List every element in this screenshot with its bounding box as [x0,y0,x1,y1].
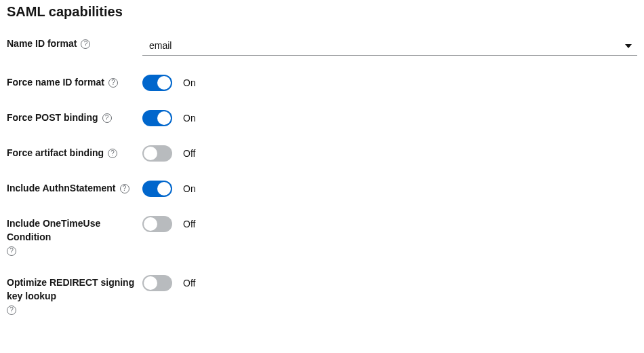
row-force-artifact-binding: Force artifact binding ? Off [7,145,637,162]
switch-state-label: Off [183,219,195,229]
help-icon[interactable]: ? [120,184,129,193]
row-include-authn-statement: Include AuthnStatement ? On [7,181,637,197]
label-text: Include AuthnStatement [7,182,116,196]
label-text: Optimize REDIRECT signing key lookup [7,276,142,303]
label-force-artifact-binding: Force artifact binding ? [7,145,142,160]
help-icon[interactable]: ? [7,246,16,256]
row-force-post-binding: Force POST binding ? On [7,110,637,126]
switch-state-label: On [183,113,196,124]
control-optimize-redirect-signing-key-lookup: Off [142,275,637,291]
force-name-id-format-switch[interactable] [142,75,172,91]
force-post-binding-switch[interactable] [142,110,172,126]
help-icon[interactable]: ? [81,39,90,49]
control-force-artifact-binding: Off [142,145,637,162]
label-include-authn-statement: Include AuthnStatement ? [7,181,142,196]
help-icon[interactable]: ? [108,78,118,88]
label-force-post-binding: Force POST binding ? [7,110,142,125]
label-text: Include OneTimeUse Condition [7,217,142,244]
switch-knob [144,147,157,160]
label-text: Force artifact binding [7,147,104,160]
control-force-name-id-format: On [142,75,637,91]
force-artifact-binding-switch[interactable] [142,145,172,162]
switch-knob [144,276,157,290]
optimize-redirect-signing-key-lookup-switch[interactable] [142,275,172,291]
select-value: email [142,36,637,56]
include-one-time-use-condition-switch[interactable] [142,216,172,232]
row-name-id-format: Name ID format ? email [7,36,637,56]
label-text: Name ID format [7,37,77,51]
row-optimize-redirect-signing-key-lookup: Optimize REDIRECT signing key lookup ? O… [7,275,637,315]
row-force-name-id-format: Force name ID format ? On [7,75,637,91]
help-icon[interactable]: ? [7,305,16,315]
switch-state-label: Off [183,278,195,289]
switch-knob [144,217,157,231]
switch-state-label: Off [183,148,195,159]
label-optimize-redirect-signing-key-lookup: Optimize REDIRECT signing key lookup ? [7,275,142,315]
switch-knob [157,76,171,90]
control-include-one-time-use-condition: Off [142,216,637,232]
help-icon[interactable]: ? [108,149,117,158]
switch-state-label: On [183,77,196,88]
name-id-format-select[interactable]: email [142,36,637,56]
control-include-authn-statement: On [142,181,637,197]
switch-knob [157,182,171,196]
section-title: SAML capabilities [7,4,637,20]
label-include-one-time-use-condition: Include OneTimeUse Condition ? [7,216,142,256]
control-force-post-binding: On [142,110,637,126]
help-icon[interactable]: ? [102,113,112,123]
label-text: Force POST binding [7,111,98,125]
label-force-name-id-format: Force name ID format ? [7,75,142,90]
switch-knob [157,111,171,125]
switch-state-label: On [183,183,196,194]
label-name-id-format: Name ID format ? [7,36,142,51]
row-include-one-time-use-condition: Include OneTimeUse Condition ? Off [7,216,637,256]
include-authn-statement-switch[interactable] [142,181,172,197]
label-text: Force name ID format [7,76,104,90]
control-name-id-format: email [142,36,637,56]
